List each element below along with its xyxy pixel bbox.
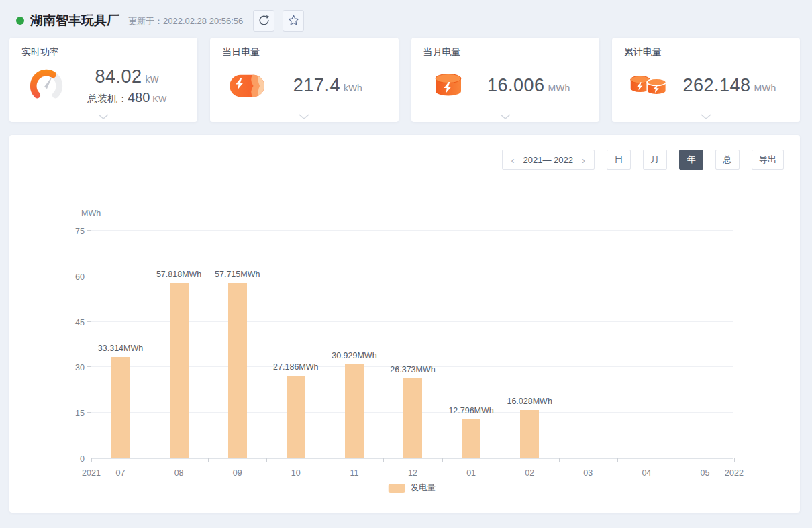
stat-card-daily-energy: 当日电量 xyxy=(210,38,398,122)
bar-09[interactable] xyxy=(228,283,247,458)
card-label: 当月电量 xyxy=(423,46,587,58)
x-axis-tick xyxy=(266,458,267,462)
x-axis-tick xyxy=(150,458,150,462)
status-dot-icon xyxy=(16,17,24,25)
chevron-down-icon xyxy=(98,114,109,120)
x-axis-tick-label: 08 xyxy=(174,468,184,478)
x-axis-tick xyxy=(208,458,209,462)
legend-swatch-icon xyxy=(389,484,405,493)
chart-panel: ‹ 2021— 2022 › 日 月 年 总 导出 MWh 0153045607… xyxy=(9,135,800,513)
x-axis-tick-label: 12 xyxy=(408,468,417,478)
tab-day-button[interactable]: 日 xyxy=(607,150,631,170)
chart-toolbar: ‹ 2021— 2022 › 日 月 年 总 导出 xyxy=(502,150,784,170)
x-axis-tick-label: 05 xyxy=(701,468,710,478)
y-axis-tick xyxy=(87,412,91,413)
star-icon xyxy=(287,14,300,27)
bar-value-label: 57.818MWh xyxy=(156,270,201,279)
y-axis-tick-label: 30 xyxy=(56,363,85,372)
site-title: 湖南智丰玩具厂 xyxy=(30,12,119,30)
bar-value-label: 16.028MWh xyxy=(507,397,552,406)
x-axis-tick xyxy=(501,458,501,462)
x-axis-tick xyxy=(734,458,735,462)
stat-card-total-energy: 累计电量 xyxy=(612,38,800,122)
installed-capacity-unit: KW xyxy=(152,94,166,104)
stat-card-realtime-power: 实时功率 84.02kW xyxy=(9,38,197,122)
x-axis-edge-label-start: 2021 xyxy=(82,468,101,478)
refresh-button[interactable] xyxy=(253,10,274,32)
bar-12[interactable] xyxy=(403,378,422,458)
x-axis-tick-label: 07 xyxy=(116,468,125,478)
energy-cylinder-double-icon xyxy=(627,65,671,107)
tab-total-button[interactable]: 总 xyxy=(715,150,740,170)
next-year-icon[interactable]: › xyxy=(582,155,585,165)
y-axis-tick-label: 75 xyxy=(56,227,85,236)
x-axis-tick xyxy=(325,458,325,462)
energy-cylinder-icon xyxy=(426,65,470,107)
stat-value: 16.006 xyxy=(487,75,545,95)
x-axis-tick xyxy=(91,458,92,462)
x-axis-tick-label: 11 xyxy=(350,468,358,478)
stat-value: 262.148 xyxy=(682,75,750,95)
bar-02[interactable] xyxy=(520,410,539,458)
y-axis-tick-label: 60 xyxy=(56,272,85,282)
bar-value-label: 27.186MWh xyxy=(273,362,318,372)
gauge-icon xyxy=(24,65,68,107)
stat-value: 217.4 xyxy=(293,75,340,95)
tab-year-button[interactable]: 年 xyxy=(679,150,703,170)
card-expand-button[interactable] xyxy=(500,114,511,120)
chevron-down-icon xyxy=(500,114,511,120)
bar-11[interactable] xyxy=(345,364,364,458)
bar-01[interactable] xyxy=(462,419,480,458)
x-axis-tick xyxy=(442,458,443,462)
bar-value-label: 33.314MWh xyxy=(98,344,143,353)
y-axis-tick xyxy=(87,321,91,322)
refresh-icon xyxy=(258,14,270,27)
stat-unit: MWh xyxy=(754,83,776,93)
gridline xyxy=(91,230,733,231)
updated-timestamp: 更新于：2022.02.28 20:56:56 xyxy=(128,15,243,28)
y-axis-tick xyxy=(87,230,91,231)
y-axis-tick xyxy=(87,366,91,367)
y-axis-tick-label: 0 xyxy=(56,454,85,464)
x-axis-tick-label: 02 xyxy=(525,468,534,478)
stat-cards: 实时功率 84.02kW xyxy=(9,38,800,122)
stat-unit: kW xyxy=(146,74,159,85)
x-axis-tick-label: 04 xyxy=(642,468,651,478)
card-expand-button[interactable] xyxy=(98,114,109,120)
x-axis-tick-label: 09 xyxy=(233,468,242,478)
x-axis-tick xyxy=(383,458,384,462)
x-axis-tick-label: 01 xyxy=(466,468,476,478)
legend-label: 发电量 xyxy=(411,482,436,494)
bar-08[interactable] xyxy=(170,283,189,458)
x-axis-tick xyxy=(559,458,560,462)
card-label: 当日电量 xyxy=(222,46,386,58)
date-range-picker[interactable]: ‹ 2021— 2022 › xyxy=(502,150,595,170)
site-header: 湖南智丰玩具厂 更新于：2022.02.28 20:56:56 xyxy=(0,0,812,38)
card-expand-button[interactable] xyxy=(299,114,309,120)
prev-year-icon[interactable]: ‹ xyxy=(511,155,515,165)
card-label: 累计电量 xyxy=(624,46,788,58)
y-axis-tick-label: 45 xyxy=(56,318,85,327)
export-button[interactable]: 导出 xyxy=(752,150,784,170)
x-axis-tick-label: 10 xyxy=(291,468,301,478)
bar-10[interactable] xyxy=(287,376,305,458)
date-range-label: 2021— 2022 xyxy=(523,155,573,165)
bar-value-label: 12.796MWh xyxy=(448,406,493,415)
x-axis-tick xyxy=(617,458,618,462)
tab-month-button[interactable]: 月 xyxy=(643,150,667,170)
favorite-button[interactable] xyxy=(283,10,304,32)
card-label: 实时功率 xyxy=(21,46,185,58)
bar-07[interactable] xyxy=(111,357,130,458)
bar-value-label: 57.715MWh xyxy=(215,270,260,279)
stat-unit: MWh xyxy=(548,83,570,93)
card-expand-button[interactable] xyxy=(701,114,711,120)
stat-unit: kWh xyxy=(344,83,362,93)
chevron-down-icon xyxy=(701,114,711,120)
x-axis-edge-label-end: 2022 xyxy=(725,468,744,478)
chevron-down-icon xyxy=(299,114,309,120)
installed-capacity-label: 总装机： xyxy=(87,93,128,104)
stat-card-monthly-energy: 当月电量 16.006MWh xyxy=(411,38,599,122)
chart-legend[interactable]: 发电量 xyxy=(389,482,436,494)
y-axis-unit-label: MWh xyxy=(81,209,101,218)
y-axis-tick-label: 15 xyxy=(56,409,85,418)
